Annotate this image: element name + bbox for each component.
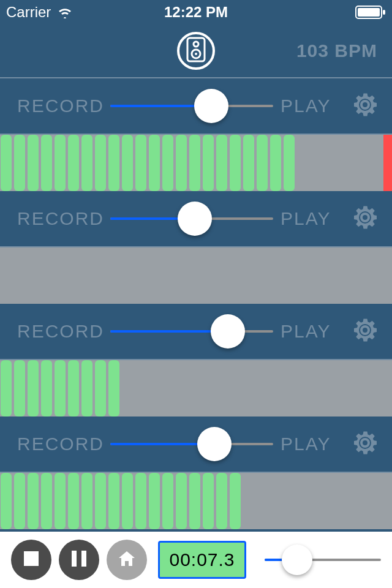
meter-segment	[108, 135, 119, 191]
meter-segment	[95, 473, 106, 529]
stop-icon	[24, 551, 39, 568]
svg-rect-8	[72, 551, 77, 567]
meter-segment	[230, 473, 241, 529]
meter-segment	[41, 135, 52, 191]
meter-segment	[176, 473, 187, 529]
meter-segment	[230, 135, 241, 191]
meter-segment	[28, 473, 39, 529]
meter-segment	[216, 473, 227, 529]
speaker-icon	[186, 37, 206, 65]
meter-segment	[162, 135, 173, 191]
slider-thumb[interactable]	[282, 545, 312, 575]
meter-segment	[55, 360, 66, 417]
home-button[interactable]	[107, 540, 147, 580]
status-bar: Carrier 12:22 PM	[0, 0, 392, 24]
track-row: RECORDPLAY	[0, 417, 392, 529]
meter-segment	[203, 473, 214, 529]
svg-point-6	[195, 53, 197, 55]
pause-button[interactable]	[59, 540, 99, 580]
track-controls: RECORDPLAY	[0, 78, 392, 134]
meter-segment	[243, 135, 254, 191]
meter-segment	[81, 473, 92, 529]
meter-segment	[68, 135, 79, 191]
bottom-toolbar: 00:07.3	[0, 532, 392, 588]
meter-segment	[135, 473, 146, 529]
header: 103 BPM	[0, 24, 392, 78]
timer-text: 00:07.3	[169, 549, 235, 570]
speaker-button[interactable]	[177, 32, 215, 70]
volume-slider[interactable]	[110, 429, 273, 459]
play-button[interactable]: PLAY	[281, 434, 342, 454]
meter-segment	[1, 135, 12, 191]
meter-segment	[68, 473, 79, 529]
meter-segment	[189, 473, 200, 529]
track-row: RECORDPLAY	[0, 191, 392, 304]
level-meter	[0, 246, 392, 304]
meter-segment	[270, 135, 281, 191]
meter-segment	[14, 360, 25, 417]
svg-rect-7	[24, 551, 39, 566]
meter-segment	[1, 473, 12, 529]
slider-thumb[interactable]	[194, 89, 228, 123]
meter-segment	[189, 135, 200, 191]
track-row: RECORDPLAY	[0, 304, 392, 417]
track-settings-button[interactable]	[349, 315, 381, 347]
meter-segment	[1, 360, 12, 417]
meter-segment	[122, 135, 133, 191]
home-icon	[118, 550, 136, 570]
meter-segment	[257, 135, 268, 191]
meter-segment	[176, 135, 187, 191]
stop-button[interactable]	[11, 540, 51, 580]
slider-thumb[interactable]	[197, 427, 232, 461]
track-controls: RECORDPLAY	[0, 304, 392, 359]
svg-point-4	[194, 42, 198, 47]
slider-thumb[interactable]	[211, 314, 245, 349]
meter-segment	[28, 135, 39, 191]
meter-segment	[149, 135, 160, 191]
bpm-display: 103 BPM	[296, 40, 377, 61]
play-button[interactable]: PLAY	[281, 96, 342, 116]
volume-slider[interactable]	[110, 91, 273, 121]
meter-segment	[95, 360, 106, 417]
track-row: RECORDPLAY	[0, 78, 392, 191]
meter-segment	[108, 360, 119, 417]
meter-segment	[55, 135, 66, 191]
meter-peak	[383, 135, 392, 191]
meter-segment	[81, 135, 92, 191]
meter-segment	[203, 135, 214, 191]
record-button[interactable]: RECORD	[17, 434, 103, 454]
meter-segment	[149, 473, 160, 529]
volume-slider[interactable]	[110, 316, 273, 347]
play-button[interactable]: PLAY	[281, 321, 342, 342]
track-settings-button[interactable]	[349, 90, 381, 122]
record-button[interactable]: RECORD	[17, 321, 103, 342]
status-left: Carrier	[6, 4, 73, 21]
meter-segment	[284, 135, 295, 191]
play-button[interactable]: PLAY	[281, 208, 342, 229]
record-button[interactable]: RECORD	[17, 208, 103, 229]
master-slider[interactable]	[265, 545, 381, 575]
meter-segment	[95, 135, 106, 191]
svg-rect-2	[383, 10, 385, 15]
level-meter	[0, 359, 392, 417]
meter-segment	[41, 360, 52, 417]
pause-icon	[72, 551, 86, 569]
slider-thumb[interactable]	[178, 202, 212, 236]
wifi-icon	[57, 6, 73, 18]
meter-segment	[55, 473, 66, 529]
meter-segment	[28, 360, 39, 417]
gear-icon	[350, 203, 380, 235]
battery-icon	[355, 6, 386, 19]
record-button[interactable]: RECORD	[17, 96, 103, 116]
level-meter	[0, 472, 392, 529]
track-settings-button[interactable]	[349, 203, 381, 235]
meter-segment	[122, 473, 133, 529]
timer-display: 00:07.3	[158, 541, 246, 579]
volume-slider[interactable]	[110, 203, 273, 234]
meter-segment	[108, 473, 119, 529]
gear-icon	[350, 90, 380, 122]
meter-segment	[68, 360, 79, 417]
gear-icon	[350, 428, 380, 460]
track-settings-button[interactable]	[349, 428, 381, 460]
meter-segment	[41, 473, 52, 529]
